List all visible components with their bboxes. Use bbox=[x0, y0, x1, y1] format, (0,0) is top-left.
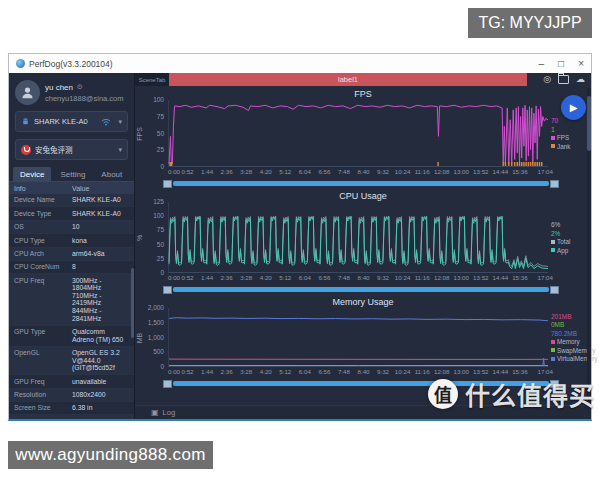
slider-track[interactable] bbox=[173, 287, 549, 292]
info-value: SHARK KLE-A0 bbox=[70, 210, 134, 218]
close-button[interactable]: × bbox=[578, 59, 584, 69]
x-tick-label: 13:00 bbox=[454, 368, 469, 375]
x-tick-label: 2:36 bbox=[221, 274, 233, 281]
sidebar-scrollbar[interactable] bbox=[131, 268, 134, 338]
legend-label: FPS bbox=[557, 134, 569, 141]
table-row: Screen Size6.38 in bbox=[9, 402, 134, 415]
tg-watermark-badge: TG: MYYJJPP bbox=[468, 8, 592, 38]
x-tick-label: 17:04 bbox=[538, 274, 553, 281]
wifi-icon bbox=[101, 118, 111, 126]
perfdog-logo-icon bbox=[16, 59, 25, 68]
x-tick-label: 13:52 bbox=[473, 168, 488, 175]
table-row: GPU Frequnavailable bbox=[9, 375, 134, 388]
legend-item[interactable]: Total bbox=[551, 238, 589, 245]
legend-swatch bbox=[551, 340, 555, 344]
legend-swatch bbox=[551, 248, 555, 252]
y-axis-label: % bbox=[136, 234, 143, 240]
maximize-button[interactable]: □ bbox=[558, 59, 564, 69]
x-tick-label: 14:44 bbox=[493, 168, 508, 175]
app-icon bbox=[21, 145, 31, 155]
time-range-slider[interactable] bbox=[163, 285, 559, 294]
y-tick-label: 1,500 bbox=[148, 320, 164, 327]
window-titlebar: PerfDog(v3.3.200104) – □ × bbox=[9, 54, 591, 73]
current-value: 1 bbox=[551, 126, 589, 133]
y-axis: FPS1007550250 bbox=[135, 100, 168, 167]
user-email: chenyu1888@sina.com bbox=[45, 94, 124, 103]
logout-icon[interactable]: ⊙ bbox=[77, 83, 83, 91]
x-tick-label: 12:08 bbox=[434, 168, 449, 175]
info-label: Device Type bbox=[9, 210, 70, 218]
x-tick-label: 10:24 bbox=[395, 368, 410, 375]
cloud-icon[interactable]: ☁ bbox=[576, 75, 585, 84]
site-watermark-badge: www.agyunding888.com bbox=[8, 441, 213, 469]
x-tick-label: 4:20 bbox=[260, 274, 272, 281]
scrollbar-thumb[interactable] bbox=[587, 96, 591, 151]
info-label: CPU CoreNum bbox=[9, 263, 70, 271]
legend-item[interactable]: VirtualMemory bbox=[551, 355, 589, 362]
legend-item[interactable]: App bbox=[551, 247, 589, 254]
tab-device[interactable]: Device bbox=[13, 167, 51, 181]
slider-track[interactable] bbox=[173, 181, 549, 186]
slider-handle-left[interactable] bbox=[163, 286, 172, 294]
tab-setting[interactable]: Setting bbox=[53, 167, 92, 181]
x-tick-label: 7:48 bbox=[338, 168, 350, 175]
chevron-down-icon[interactable]: ▾ bbox=[118, 118, 122, 126]
folder-icon[interactable] bbox=[558, 75, 569, 84]
memory-chart-panel: Memory Usage MB2,0001,5001,0005000 201MB… bbox=[135, 296, 591, 377]
slider-handle-right[interactable] bbox=[550, 286, 559, 294]
x-tick-label: 1:44 bbox=[201, 168, 213, 175]
table-row: Ram Size11.4 GB bbox=[9, 415, 134, 419]
legend-item[interactable]: SwapMemory bbox=[551, 347, 589, 354]
legend-label: App bbox=[557, 247, 568, 254]
scene-tab[interactable]: SceneTab bbox=[135, 73, 169, 86]
x-tick-label: 6:56 bbox=[318, 168, 330, 175]
x-tick-label: 0:52 bbox=[182, 168, 194, 175]
x-tick-label: 11:16 bbox=[415, 368, 430, 375]
play-button[interactable]: ▶ bbox=[561, 95, 586, 120]
minimize-button[interactable]: – bbox=[539, 59, 545, 69]
y-tick-label: 1,000 bbox=[148, 334, 164, 341]
slider-handle-left[interactable] bbox=[163, 180, 172, 188]
table-row: Device NameSHARK KLE-A0 bbox=[9, 194, 134, 207]
chart-side-info: 201MB0MB780.2MBMemorySwapMemoryVirtualMe… bbox=[548, 308, 589, 367]
fps-chart-panel: FPS FPS1007550250 701FPSJank 0:000:521:4… bbox=[135, 88, 591, 177]
scene-label[interactable]: label1 bbox=[169, 73, 527, 86]
x-tick-label: 6:04 bbox=[299, 274, 311, 281]
zdm-watermark-text: 什么值得买 bbox=[465, 376, 595, 412]
x-tick-label: 13:00 bbox=[454, 168, 469, 175]
chevron-down-icon[interactable]: ▾ bbox=[118, 146, 122, 154]
x-tick-label: 15:36 bbox=[512, 168, 527, 175]
x-tick-label: 8:40 bbox=[357, 274, 369, 281]
legend-swatch bbox=[551, 144, 555, 148]
zdm-logo-icon: 值 bbox=[428, 379, 458, 409]
chart-title: Memory Usage bbox=[135, 296, 591, 308]
time-range-slider[interactable] bbox=[163, 179, 559, 188]
tab-about[interactable]: About bbox=[94, 167, 129, 181]
legend-item[interactable]: Memory bbox=[551, 338, 589, 345]
y-axis: %1251007550250 bbox=[135, 202, 168, 273]
info-value: OpenGL ES 3.2 V@444.0 (GIT@f5cd52f bbox=[70, 349, 134, 372]
current-value: 2% bbox=[551, 230, 589, 237]
x-tick-label: 13:52 bbox=[473, 274, 488, 281]
x-tick-label: 0:00 bbox=[168, 274, 180, 281]
app-selector[interactable]: 安兔兔评测 ▾ bbox=[15, 139, 128, 160]
x-tick-label: 8:40 bbox=[357, 368, 369, 375]
y-tick-label: 0 bbox=[160, 270, 164, 277]
device-selector[interactable]: SHARK KLE-A0 ▾ bbox=[15, 111, 128, 132]
legend-label: Total bbox=[557, 238, 570, 245]
table-row: OS10 bbox=[9, 221, 134, 234]
table-row: CPU Archarm64-v8a bbox=[9, 248, 134, 261]
legend-item[interactable]: FPS bbox=[551, 134, 589, 141]
slider-handle-right[interactable] bbox=[550, 180, 559, 188]
y-tick-label: 50 bbox=[157, 130, 164, 137]
info-value: 300MHz - 1804MHz 710MHz - 2419MHz 844MHz… bbox=[70, 277, 134, 323]
charts-scrollbar[interactable] bbox=[587, 88, 591, 404]
target-icon[interactable]: ◎ bbox=[543, 75, 551, 84]
info-value: 10 bbox=[70, 223, 134, 231]
window-body: yu chen ⊙ chenyu1888@sina.com SHARK KLE-… bbox=[9, 73, 591, 419]
slider-handle-left[interactable] bbox=[163, 380, 172, 388]
y-tick-label: 100 bbox=[153, 97, 164, 104]
current-value: 6% bbox=[551, 221, 589, 228]
y-tick-label: 0 bbox=[160, 364, 164, 371]
legend-item[interactable]: Jank bbox=[551, 143, 589, 150]
